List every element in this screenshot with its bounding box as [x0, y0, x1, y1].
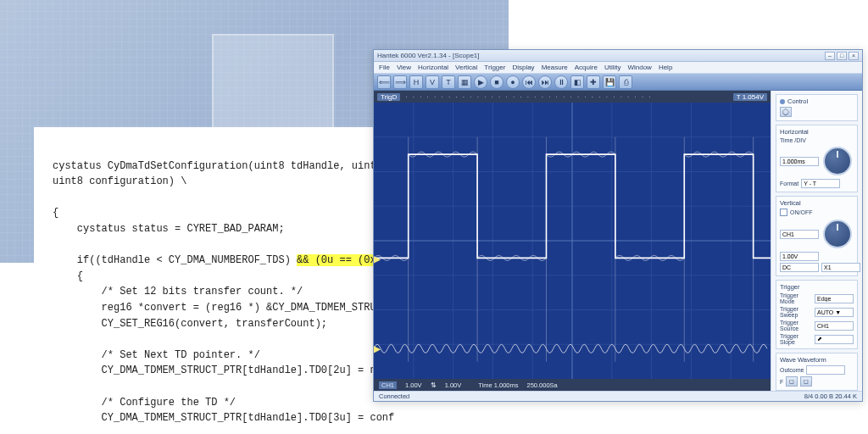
horizontal-knob[interactable]	[823, 147, 852, 175]
toolbar-horizontal-icon[interactable]: H	[409, 75, 423, 89]
oscilloscope-plot[interactable]	[374, 103, 771, 379]
panel-title: Wave Waveform	[780, 356, 826, 364]
toolbar-pause-icon[interactable]: ⏸	[554, 75, 568, 89]
status-connected: Connected	[379, 392, 409, 400]
toolbar-skip-back-icon[interactable]: ⏮	[522, 75, 536, 89]
toolbar-skip-forward-icon[interactable]: ⏭	[538, 75, 552, 89]
code-line: if((tdHandle < CY_DMA_NUMBEROF_TDS)	[53, 254, 297, 266]
sample-readout: 250.000Sa	[526, 381, 557, 389]
toolbar-stop-icon[interactable]: ■	[490, 75, 504, 89]
toolbar-measure-icon[interactable]: ◧	[570, 75, 584, 89]
toolbar-arrow-right-icon[interactable]: ⟹	[393, 75, 407, 89]
scope-sidebar: Control ◯ Horizontal Time /DIV Format	[771, 91, 862, 391]
menu-item-window[interactable]: Window	[627, 64, 651, 71]
ch1-badge: CH1	[379, 381, 397, 389]
menu-item-vertical[interactable]: Vertical	[455, 64, 477, 71]
code-line: CY_DMA_TDMEM_STRUCT_PTR[tdHandle].TD0[2u…	[53, 364, 394, 376]
toolbar-trigger-icon[interactable]: T	[442, 75, 455, 89]
menu-bar: File View Horizontal Vertical Trigger Di…	[374, 62, 862, 74]
toolbar-vertical-icon[interactable]: V	[426, 75, 439, 89]
probe-select[interactable]	[821, 263, 860, 272]
code-comment: /* Configure the TD */	[53, 397, 236, 409]
toolbar-play-icon[interactable]: ▶	[474, 75, 487, 89]
wave-outcome-input[interactable]	[806, 365, 845, 375]
trace-tab[interactable]: TrigD	[377, 93, 400, 101]
wave-f-label: F	[780, 379, 783, 385]
vertical-channel-select[interactable]	[780, 230, 819, 239]
trigger-mode-label: Trigger Mode	[780, 292, 812, 304]
onoff-checkbox[interactable]	[780, 209, 787, 216]
toolbar-grid-icon[interactable]: ▦	[458, 75, 471, 89]
menu-item-file[interactable]: File	[379, 64, 390, 71]
panel-title: Trigger	[780, 283, 799, 291]
code-comment: /* Set Next TD pointer. */	[53, 349, 260, 361]
panel-horizontal: Horizontal Time /DIV Format	[776, 125, 858, 192]
trigger-source-select[interactable]	[815, 321, 854, 331]
coupling-select[interactable]	[780, 263, 819, 272]
panel-title: Control	[787, 97, 808, 105]
menu-item-horizontal[interactable]: Horizontal	[418, 64, 448, 71]
ch1-volt-value: 1.00V	[405, 381, 422, 389]
div-value: 1.00V	[445, 381, 462, 389]
oscilloscope-window: Hantek 6000 Ver2.1.34 - [Scope1] – □ × F…	[373, 49, 863, 402]
toolbar-save-icon[interactable]: 💾	[603, 75, 616, 89]
timeline-markers: · · · · · · · · · · · · · · · · · · · · …	[405, 93, 652, 101]
status-bar: Connected 8/4 0.00 B 20.44 K	[374, 391, 862, 401]
wave-outcome-label: Outcome	[780, 367, 804, 373]
trigger-sweep-label: Trigger Sweep	[780, 306, 812, 318]
panel-dot-icon	[780, 99, 785, 104]
plot-footer: CH1 1.00V ⇅ 1.00V Time 1.000ms 250.000Sa	[374, 379, 771, 391]
plot-header: TrigD · · · · · · · · · · · · · · · · · …	[374, 91, 771, 103]
trigger-slope-label: Trigger Slope	[780, 333, 812, 345]
menu-item-utility[interactable]: Utility	[604, 64, 621, 71]
onoff-label: ON/OFF	[790, 209, 812, 215]
panel-vertical: Vertical ON/OFF	[776, 196, 858, 276]
toolbar-cursor-icon[interactable]: ✚	[587, 75, 600, 89]
menu-item-acquire[interactable]: Acquire	[575, 64, 598, 71]
trigger-slope-select[interactable]	[815, 335, 854, 344]
panel-title: Vertical	[780, 199, 801, 207]
code-line: CY_SET_REG16(convert, transferCount);	[53, 318, 327, 330]
code-line: CY_DMA_TDMEM_STRUCT_PTR[tdHandle].TD0[3u…	[53, 412, 394, 424]
time-readout: Time 1.000ms	[478, 381, 518, 389]
code-line: {	[53, 207, 58, 219]
time-div-label: Time /DIV	[780, 137, 806, 143]
menu-item-display[interactable]: Display	[512, 64, 534, 71]
menu-item-trigger[interactable]: Trigger	[484, 64, 505, 71]
wave-button-a[interactable]: ◻	[786, 376, 798, 387]
code-line: cystatus CyDmaTdSetConfiguration(uint8 t…	[53, 160, 388, 172]
trigger-source-label: Trigger Source	[780, 320, 812, 331]
toolbar: ⟸ ⟹ H V T ▦ ▶ ■ ● ⏮ ⏭ ⏸ ◧ ✚ 💾 ⎙	[374, 74, 862, 91]
panel-trigger: Trigger Trigger Mode Trigger Sweep Trigg…	[776, 280, 858, 349]
header-readout: T 1.054V	[733, 93, 767, 101]
code-line: {	[53, 270, 83, 282]
wave-button-b[interactable]: ◻	[800, 376, 812, 387]
menu-item-measure[interactable]: Measure	[542, 64, 568, 71]
vertical-volt-input[interactable]	[780, 252, 819, 261]
trigger-sweep-select[interactable]	[815, 308, 854, 317]
code-line: cystatus status = CYRET_BAD_PARAM;	[53, 223, 285, 235]
format-select[interactable]	[801, 179, 840, 188]
panel-control: Control ◯	[776, 94, 858, 121]
panel-title: Horizontal	[780, 128, 809, 136]
toolbar-record-icon[interactable]: ●	[506, 75, 520, 89]
close-button[interactable]: ×	[849, 52, 859, 60]
menu-item-view[interactable]: View	[397, 64, 411, 71]
menu-item-help[interactable]: Help	[659, 64, 672, 71]
minimize-button[interactable]: –	[825, 52, 835, 60]
time-div-input[interactable]	[780, 157, 819, 166]
vertical-knob[interactable]	[823, 220, 852, 248]
div-icon: ⇅	[431, 381, 437, 389]
panel-waveform: Wave Waveform Outcome F◻◻	[776, 353, 858, 391]
code-line: uint8 configuration) \	[53, 175, 186, 187]
maximize-button[interactable]: □	[837, 52, 847, 60]
window-title-bar[interactable]: Hantek 6000 Ver2.1.34 - [Scope1] – □ ×	[374, 50, 862, 62]
toolbar-print-icon[interactable]: ⎙	[619, 75, 632, 89]
toolbar-arrow-left-icon[interactable]: ⟸	[377, 75, 391, 89]
format-label: Format	[780, 181, 798, 186]
window-title: Hantek 6000 Ver2.1.34 - [Scope1]	[377, 52, 480, 59]
code-line: reg16 *convert = (reg16 *) &CY_DMA_TDMEM…	[53, 302, 394, 314]
control-start-button[interactable]: ◯	[780, 107, 792, 117]
trigger-mode-select[interactable]	[815, 294, 854, 303]
code-comment: /* Set 12 bits transfer count. */	[53, 286, 303, 298]
